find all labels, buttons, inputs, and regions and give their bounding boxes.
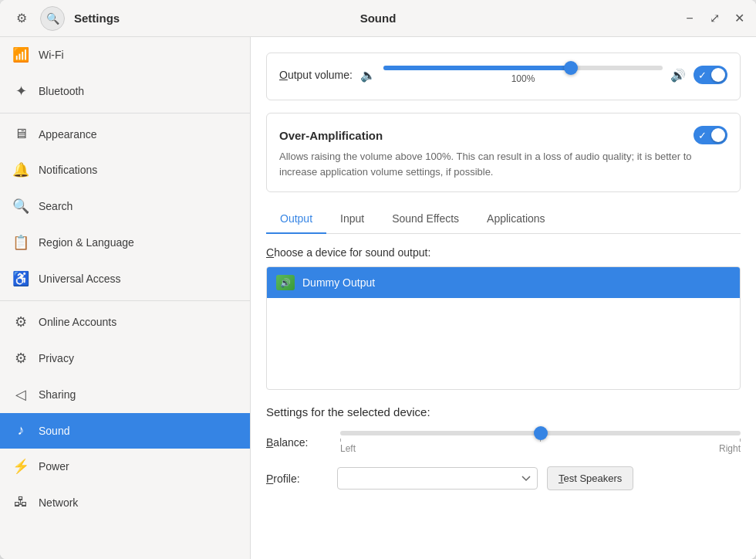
titlebar-left: ⚙ 🔍 Settings bbox=[0, 6, 251, 31]
tab-sound-effects[interactable]: Sound Effects bbox=[378, 205, 473, 234]
volume-card: Output volume: 🔈 100% 🔊 bbox=[266, 53, 741, 100]
sharing-icon: ◁ bbox=[12, 386, 29, 403]
sidebar-divider bbox=[0, 113, 250, 113]
sidebar-item-sound[interactable]: ♪ Sound bbox=[0, 413, 250, 449]
minimize-button[interactable]: − bbox=[679, 8, 700, 29]
settings-window: ⚙ 🔍 Settings Sound − ⤢ ✕ 📶 Wi-Fi bbox=[0, 0, 756, 559]
balance-left-label: Left bbox=[340, 443, 356, 454]
volume-toggle[interactable]: ✓ bbox=[694, 66, 727, 84]
tab-input[interactable]: Input bbox=[326, 205, 378, 234]
region-icon: 📋 bbox=[12, 234, 29, 251]
volume-high-icon: 🔊 bbox=[670, 68, 686, 83]
minimize-icon: − bbox=[686, 12, 693, 25]
over-amp-title: Over-Amplification bbox=[279, 129, 383, 142]
sidebar-divider bbox=[0, 300, 250, 301]
sidebar-item-sharing[interactable]: ◁ Sharing bbox=[0, 377, 250, 413]
balance-right-label: Right bbox=[719, 443, 741, 454]
balance-row: Balance: Left bbox=[266, 431, 741, 454]
sidebar-item-label: Privacy bbox=[39, 352, 74, 364]
sidebar-item-label: Network bbox=[39, 496, 78, 509]
over-amp-row: Over-Amplification ✓ bbox=[279, 126, 727, 144]
sidebar-item-label: Sharing bbox=[39, 388, 76, 401]
sidebar-item-label: Sound bbox=[39, 425, 69, 437]
profile-select[interactable] bbox=[337, 467, 538, 490]
selected-device-title: Settings for the selected device: bbox=[266, 405, 741, 418]
close-icon: ✕ bbox=[734, 11, 744, 25]
volume-low-icon: 🔈 bbox=[360, 68, 376, 83]
volume-thumb[interactable] bbox=[564, 61, 578, 75]
over-amp-toggle[interactable]: ✓ bbox=[694, 126, 727, 144]
device-list: 🔊 Dummy Output bbox=[266, 266, 741, 390]
device-section: Choose a device for sound output: 🔊 Dumm… bbox=[266, 246, 741, 390]
gear-icon: ⚙ bbox=[16, 11, 27, 25]
device-icon: 🔊 bbox=[276, 275, 295, 290]
maximize-button[interactable]: ⤢ bbox=[704, 8, 725, 29]
balance-slider[interactable] bbox=[340, 431, 741, 435]
sidebar-item-bluetooth[interactable]: ✦ Bluetooth bbox=[0, 73, 250, 110]
device-item-dummy-output[interactable]: 🔊 Dummy Output bbox=[267, 267, 740, 298]
test-speakers-button[interactable]: Test Speakers bbox=[547, 466, 633, 490]
volume-track bbox=[383, 66, 663, 70]
toggle-check-icon: ✓ bbox=[698, 69, 707, 81]
volume-slider-container: 100% bbox=[383, 66, 663, 84]
tick-right bbox=[740, 439, 741, 442]
toggle-knob bbox=[711, 128, 725, 142]
sidebar-item-universal-access[interactable]: ♿ Universal Access bbox=[0, 261, 250, 297]
sidebar-item-label: Notifications bbox=[39, 164, 97, 176]
sidebar-item-privacy[interactable]: ⚙ Privacy bbox=[0, 340, 250, 377]
sidebar-item-label: Power bbox=[39, 460, 69, 473]
selected-device-settings: Settings for the selected device: Balanc… bbox=[266, 405, 741, 490]
balance-label: Balance: bbox=[266, 436, 328, 449]
sidebar-item-appearance[interactable]: 🖥 Appearance bbox=[0, 117, 250, 152]
sidebar-item-notifications[interactable]: 🔔 Notifications bbox=[0, 152, 250, 188]
close-button[interactable]: ✕ bbox=[728, 8, 750, 29]
tab-output[interactable]: Output bbox=[266, 205, 326, 234]
sidebar-item-label: Appearance bbox=[39, 128, 97, 141]
device-type-icon: 🔊 bbox=[280, 278, 291, 288]
maximize-icon: ⤢ bbox=[710, 11, 720, 25]
balance-thumb[interactable] bbox=[534, 426, 548, 440]
volume-row: Output volume: 🔈 100% 🔊 bbox=[279, 66, 727, 84]
wifi-icon: 📶 bbox=[12, 46, 29, 63]
sidebar-item-label: Wi-Fi bbox=[39, 49, 64, 61]
balance-track bbox=[340, 431, 741, 435]
search-sidebar-icon: 🔍 bbox=[12, 198, 29, 215]
search-button[interactable]: 🔍 bbox=[40, 6, 65, 31]
balance-container: Left Right bbox=[340, 431, 741, 454]
content-area: Output volume: 🔈 100% 🔊 bbox=[251, 37, 756, 559]
sidebar-item-region[interactable]: 📋 Region & Language bbox=[0, 225, 250, 261]
online-accounts-icon: ⚙ bbox=[12, 313, 29, 330]
volume-label: Output volume: bbox=[279, 69, 353, 81]
main-layout: 📶 Wi-Fi ✦ Bluetooth 🖥 Appearance 🔔 Notif… bbox=[0, 37, 756, 559]
appearance-icon: 🖥 bbox=[12, 126, 29, 142]
search-icon: 🔍 bbox=[46, 12, 59, 25]
gear-button[interactable]: ⚙ bbox=[9, 6, 34, 31]
device-name: Dummy Output bbox=[302, 276, 375, 289]
power-icon: ⚡ bbox=[12, 458, 29, 475]
window-controls: − ⤢ ✕ bbox=[679, 8, 756, 29]
sidebar-item-label: Region & Language bbox=[39, 236, 134, 249]
sidebar: 📶 Wi-Fi ✦ Bluetooth 🖥 Appearance 🔔 Notif… bbox=[0, 37, 251, 559]
titlebar-title: Sound bbox=[360, 12, 397, 25]
tab-applications[interactable]: Applications bbox=[473, 205, 559, 234]
volume-percent: 100% bbox=[511, 73, 535, 84]
sidebar-item-power[interactable]: ⚡ Power bbox=[0, 449, 250, 485]
over-amp-description: Allows raising the volume above 100%. Th… bbox=[279, 149, 727, 179]
sidebar-item-network[interactable]: 🖧 Network bbox=[0, 485, 250, 520]
network-icon: 🖧 bbox=[12, 494, 29, 510]
sidebar-item-label: Search bbox=[39, 200, 73, 212]
volume-slider[interactable] bbox=[383, 66, 663, 70]
device-section-label: Choose a device for sound output: bbox=[266, 246, 741, 259]
bluetooth-icon: ✦ bbox=[12, 83, 29, 100]
notifications-icon: 🔔 bbox=[12, 161, 29, 178]
test-speakers-label: Test Speakers bbox=[559, 473, 622, 484]
privacy-icon: ⚙ bbox=[12, 350, 29, 367]
sidebar-title: Settings bbox=[74, 12, 120, 25]
sidebar-item-search[interactable]: 🔍 Search bbox=[0, 188, 250, 225]
sidebar-item-wifi[interactable]: 📶 Wi-Fi bbox=[0, 37, 250, 73]
titlebar: ⚙ 🔍 Settings Sound − ⤢ ✕ bbox=[0, 0, 756, 37]
tick-left bbox=[340, 439, 341, 442]
sound-icon: ♪ bbox=[12, 422, 29, 439]
sidebar-item-label: Online Accounts bbox=[39, 316, 116, 328]
sidebar-item-online-accounts[interactable]: ⚙ Online Accounts bbox=[0, 304, 250, 340]
